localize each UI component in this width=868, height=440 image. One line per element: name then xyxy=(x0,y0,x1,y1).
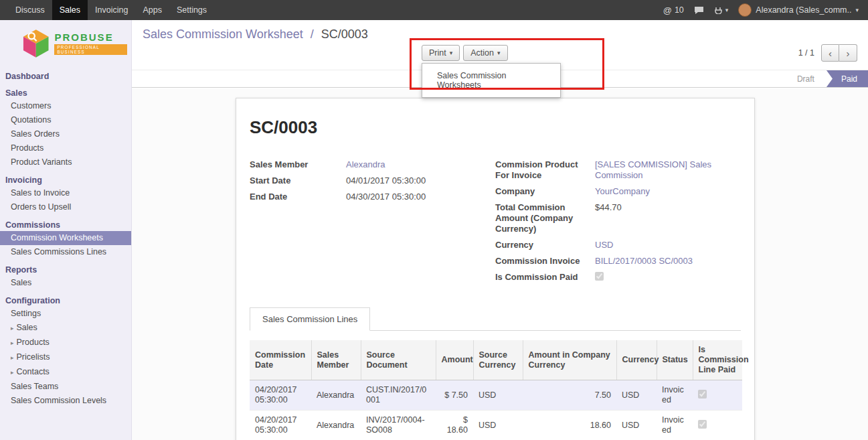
notebook: Sales Commission Lines Commission Date S… xyxy=(250,307,741,440)
print-menu-item-sales-commission-worksheets[interactable]: Sales Commission Worksheets xyxy=(422,66,560,94)
field-label-start-date: Start Date xyxy=(250,175,343,186)
systray-toggle[interactable]: ▾ xyxy=(714,6,729,14)
table-row[interactable]: 04/20/2017 05:30:00 Alexandra INV/2017/0… xyxy=(250,411,742,440)
chevron-right-icon: › xyxy=(847,48,850,59)
form-fields: Sales Member Alexandra Start Date 04/01/… xyxy=(250,159,741,283)
notebook-tabs: Sales Commission Lines xyxy=(250,307,741,331)
column-sales-member[interactable]: Sales Member xyxy=(311,340,361,380)
toolbar-buttons: Print ▾ Action ▾ xyxy=(422,45,508,61)
sidebar-item-sales-orders[interactable]: Sales Orders xyxy=(0,127,131,141)
field-value-end-date: 04/30/2017 05:30:00 xyxy=(346,192,495,202)
cell-amount: $ 18.60 xyxy=(436,411,473,440)
sidebar-item-products[interactable]: Products xyxy=(0,141,131,155)
cell-commission-date: 04/20/2017 05:30:00 xyxy=(250,411,311,440)
mention-counter[interactable]: @ 10 xyxy=(663,5,684,15)
sidebar-item-label: Pricelists xyxy=(17,352,50,362)
sidebar-item-config-products[interactable]: ▸Products xyxy=(0,336,131,350)
avatar xyxy=(738,3,752,17)
sidebar-section-dashboard[interactable]: Dashboard xyxy=(0,66,131,82)
column-amount-company-currency[interactable]: Amount in Company Currency xyxy=(523,340,616,380)
field-label-commission-invoice: Commission Invoice xyxy=(495,256,592,267)
sidebar-section-sales[interactable]: Sales xyxy=(0,82,131,99)
menu-settings[interactable]: Settings xyxy=(169,0,214,20)
field-label-sales-member: Sales Member xyxy=(250,159,343,170)
sidebar-item-sales-to-invoice[interactable]: Sales to Invoice xyxy=(0,186,131,200)
field-label-is-commission-paid: Is Commission Paid xyxy=(495,272,592,283)
pager: 1 / 1 ‹ › xyxy=(798,44,857,62)
expand-arrow-icon: ▸ xyxy=(11,369,14,376)
table-row[interactable]: 04/20/2017 05:30:00 Alexandra CUST.IN/20… xyxy=(250,380,742,411)
column-commission-date[interactable]: Commission Date xyxy=(250,340,311,380)
chat-button[interactable] xyxy=(694,6,704,15)
is-commission-paid-checkbox xyxy=(595,272,604,281)
sidebar-section-configuration[interactable]: Configuration xyxy=(0,290,131,307)
menu-invoicing[interactable]: Invoicing xyxy=(88,0,135,20)
field-value-company[interactable]: YourCompany xyxy=(595,186,741,197)
print-button[interactable]: Print ▾ xyxy=(422,45,460,61)
sidebar-item-label: Sales xyxy=(17,323,37,332)
main-area: Sales Commission Worksheet / SC/0003 Pri… xyxy=(132,20,868,440)
field-value-commission-product[interactable]: [SALES COMMISSION] Sales Commission xyxy=(595,159,714,181)
sidebar-item-sales-teams[interactable]: Sales Teams xyxy=(0,380,131,394)
sidebar-item-settings[interactable]: Settings xyxy=(0,307,131,321)
logo-text: PROBUSE PROFESSIONAL BUSINESS xyxy=(54,31,127,56)
sidebar-item-config-contacts[interactable]: ▸Contacts xyxy=(0,365,131,380)
cell-sales-member: Alexandra xyxy=(311,380,361,411)
status-draft[interactable]: Draft xyxy=(785,70,827,87)
systray-gauge-icon xyxy=(714,6,723,14)
breadcrumb-parent[interactable]: Sales Commission Worksheet xyxy=(143,27,303,41)
sidebar-item-config-pricelists[interactable]: ▸Pricelists xyxy=(0,350,131,365)
breadcrumb: Sales Commission Worksheet / SC/0003 xyxy=(143,27,368,42)
form-view: SC/0003 Sales Member Alexandra Start Dat… xyxy=(132,88,868,440)
pager-previous-button[interactable]: ‹ xyxy=(821,44,839,62)
column-currency[interactable]: Currency xyxy=(616,340,657,380)
commission-lines-table: Commission Date Sales Member Source Docu… xyxy=(250,340,742,440)
sidebar-item-label: Products xyxy=(17,338,50,347)
sidebar-item-config-sales[interactable]: ▸Sales xyxy=(0,321,131,336)
sidebar-item-customers[interactable]: Customers xyxy=(0,99,131,113)
field-value-start-date: 04/01/2017 05:30:00 xyxy=(346,175,495,186)
field-value-sales-member[interactable]: Alexandra xyxy=(346,159,495,170)
breadcrumb-separator: / xyxy=(311,27,314,41)
column-source-currency[interactable]: Source Currency xyxy=(473,340,523,380)
cell-amount-company-currency: 7.50 xyxy=(523,380,616,411)
column-amount[interactable]: Amount xyxy=(436,340,473,380)
sidebar-section-reports[interactable]: Reports xyxy=(0,259,131,276)
sidebar-item-sales-commission-levels[interactable]: Sales Commission Levels xyxy=(0,394,131,408)
at-icon: @ xyxy=(663,5,672,15)
action-button[interactable]: Action ▾ xyxy=(463,45,507,61)
sidebar-section-commissions[interactable]: Commissions xyxy=(0,214,131,231)
field-value-commission-invoice[interactable]: BILL/2017/0003 SC/0003 xyxy=(595,256,741,267)
sidebar-item-commission-worksheets[interactable]: Commission Worksheets xyxy=(0,231,131,245)
caret-down-icon: ▾ xyxy=(450,50,453,56)
table-header-row: Commission Date Sales Member Source Docu… xyxy=(250,340,742,380)
status-paid[interactable]: Paid xyxy=(827,70,868,87)
field-label-total-commission-amount: Total Commision Amount (Company Currency… xyxy=(495,202,592,234)
probuse-logo-icon xyxy=(23,28,49,59)
sidebar-item-sales-commissions-lines[interactable]: Sales Commissions Lines xyxy=(0,245,131,259)
field-group-right: Commision Product For Invoice [SALES COM… xyxy=(495,159,741,283)
field-label-company: Company xyxy=(495,186,592,197)
field-value-currency[interactable]: USD xyxy=(595,240,741,250)
line-paid-checkbox xyxy=(698,390,707,398)
cell-line-paid xyxy=(693,411,742,440)
sidebar-item-quotations[interactable]: Quotations xyxy=(0,113,131,127)
pager-next-button[interactable]: › xyxy=(839,44,857,62)
cell-status: Invoiced xyxy=(657,380,693,411)
sidebar-item-sales-report[interactable]: Sales xyxy=(0,276,131,290)
column-status[interactable]: Status xyxy=(657,340,693,380)
cell-source-currency: USD xyxy=(473,380,523,411)
menu-sales[interactable]: Sales xyxy=(52,0,88,20)
sidebar-section-invoicing[interactable]: Invoicing xyxy=(0,169,131,186)
column-line-paid[interactable]: Is Commission Line Paid xyxy=(693,340,742,380)
menu-apps[interactable]: Apps xyxy=(135,0,169,20)
logo-title: PROBUSE xyxy=(54,31,127,43)
sidebar-item-orders-to-upsell[interactable]: Orders to Upsell xyxy=(0,200,131,214)
user-menu[interactable]: Alexandra (Sales_comm.. ▾ xyxy=(738,3,859,17)
menu-discuss[interactable]: Discuss xyxy=(8,0,52,20)
tab-sales-commission-lines[interactable]: Sales Commission Lines xyxy=(250,307,370,331)
print-dropdown-menu: Sales Commission Worksheets xyxy=(422,63,561,98)
column-source-document[interactable]: Source Document xyxy=(361,340,436,380)
sidebar-item-product-variants[interactable]: Product Variants xyxy=(0,155,131,169)
expand-arrow-icon: ▸ xyxy=(11,325,14,332)
